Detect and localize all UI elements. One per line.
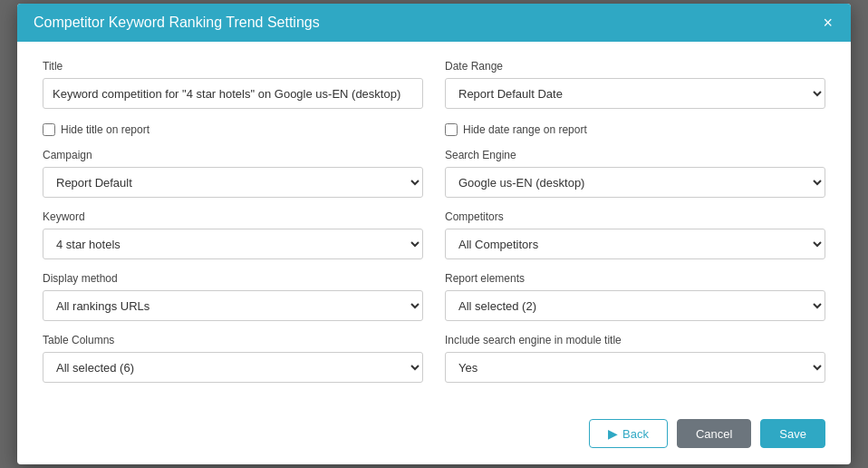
cancel-button[interactable]: Cancel bbox=[677, 419, 751, 448]
competitors-select[interactable]: All Competitors bbox=[445, 229, 825, 259]
title-label: Title bbox=[43, 60, 423, 73]
hide-title-checkbox[interactable] bbox=[43, 123, 55, 136]
hide-title-label: Hide title on report bbox=[61, 123, 149, 136]
col-include-search-engine: Include search engine in module title Ye… bbox=[445, 334, 825, 383]
col-report-elements: Report elements All selected (2) bbox=[445, 272, 825, 321]
col-hide-title: Hide title on report bbox=[43, 122, 423, 136]
row-display-elements: Display method All rankings URLs Report … bbox=[43, 272, 825, 321]
table-columns-select[interactable]: All selected (6) bbox=[43, 352, 423, 383]
hide-title-row: Hide title on report bbox=[43, 123, 423, 136]
col-table-columns: Table Columns All selected (6) bbox=[43, 334, 423, 383]
modal-overlay: Competitor Keyword Ranking Trend Setting… bbox=[0, 0, 868, 468]
search-engine-select[interactable]: Google us-EN (desktop) bbox=[445, 167, 825, 198]
modal-footer: ▶ Back Cancel Save bbox=[17, 410, 851, 464]
modal-close-button[interactable]: × bbox=[821, 15, 834, 31]
modal-title: Competitor Keyword Ranking Trend Setting… bbox=[34, 15, 320, 31]
col-title: Title bbox=[43, 60, 423, 109]
report-elements-label: Report elements bbox=[445, 272, 825, 285]
col-competitors: Competitors All Competitors bbox=[445, 210, 825, 259]
modal-header: Competitor Keyword Ranking Trend Setting… bbox=[17, 4, 851, 42]
col-display-method: Display method All rankings URLs bbox=[43, 272, 423, 321]
hide-date-range-label: Hide date range on report bbox=[463, 123, 587, 136]
hide-date-range-checkbox[interactable] bbox=[445, 123, 458, 136]
campaign-select[interactable]: Report Default bbox=[43, 167, 423, 198]
include-search-engine-label: Include search engine in module title bbox=[445, 334, 825, 346]
back-icon: ▶ bbox=[608, 426, 618, 441]
modal-dialog: Competitor Keyword Ranking Trend Setting… bbox=[17, 4, 851, 464]
campaign-label: Campaign bbox=[43, 149, 423, 161]
table-columns-label: Table Columns bbox=[43, 334, 423, 346]
back-label: Back bbox=[622, 427, 649, 441]
col-search-engine: Search Engine Google us-EN (desktop) bbox=[445, 149, 825, 198]
row-campaign-engine: Campaign Report Default Search Engine Go… bbox=[43, 149, 825, 198]
title-input[interactable] bbox=[43, 78, 423, 109]
date-range-select[interactable]: Report Default Date bbox=[445, 78, 825, 109]
col-keyword: Keyword 4 star hotels bbox=[43, 210, 423, 259]
competitors-label: Competitors bbox=[445, 210, 825, 223]
display-method-label: Display method bbox=[43, 272, 423, 285]
keyword-select[interactable]: 4 star hotels bbox=[43, 229, 423, 259]
report-elements-select[interactable]: All selected (2) bbox=[445, 290, 825, 321]
save-button[interactable]: Save bbox=[760, 419, 825, 448]
modal-body: Title Date Range Report Default Date Hid… bbox=[17, 42, 851, 410]
col-date-range: Date Range Report Default Date bbox=[445, 60, 825, 109]
back-button[interactable]: ▶ Back bbox=[589, 419, 668, 448]
hide-date-range-row: Hide date range on report bbox=[445, 123, 825, 136]
keyword-label: Keyword bbox=[43, 210, 423, 223]
row-title-daterange: Title Date Range Report Default Date bbox=[43, 60, 825, 109]
row-checkboxes: Hide title on report Hide date range on … bbox=[43, 122, 825, 136]
date-range-label: Date Range bbox=[445, 60, 825, 73]
col-campaign: Campaign Report Default bbox=[43, 149, 423, 198]
row-keyword-competitors: Keyword 4 star hotels Competitors All Co… bbox=[43, 210, 825, 259]
row-table-include: Table Columns All selected (6) Include s… bbox=[43, 334, 825, 383]
search-engine-label: Search Engine bbox=[445, 149, 825, 161]
col-hide-date-range: Hide date range on report bbox=[445, 122, 825, 136]
display-method-select[interactable]: All rankings URLs bbox=[43, 290, 423, 321]
include-search-engine-select[interactable]: Yes bbox=[445, 352, 825, 383]
